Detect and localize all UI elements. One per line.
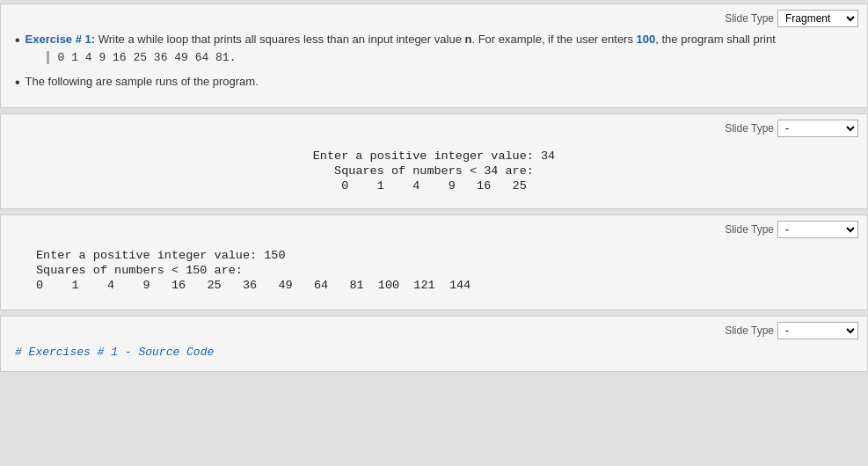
output-line-3-1: Enter a positive integer value: 150 bbox=[36, 249, 858, 262]
slide-type-select-3[interactable]: - Fragment Text Code bbox=[777, 221, 858, 238]
slide-block-2: Slide Type - Fragment Text Code Enter a … bbox=[0, 113, 868, 209]
page-wrapper: Slide Type Fragment - Text Code • Exerci… bbox=[0, 0, 868, 466]
slide-type-bar-3: Slide Type - Fragment Text Code bbox=[10, 221, 858, 238]
output-line-2-2: Squares of numbers < 34 are: bbox=[10, 164, 858, 178]
output-line-2-1: Enter a positive integer value: 34 bbox=[10, 149, 858, 163]
output-block-2: Enter a positive integer value: 34 Squar… bbox=[10, 139, 858, 200]
source-code-text: # Exercises # 1 - Source Code bbox=[15, 346, 214, 359]
slide-type-bar-1: Slide Type Fragment - Text Code bbox=[10, 10, 858, 27]
exercise-desc-1: Write a while loop that prints all squar… bbox=[98, 33, 776, 46]
output-line-3-3: 0 1 4 9 16 25 36 49 64 81 100 121 144 bbox=[36, 279, 858, 292]
slide-type-label-1: Slide Type bbox=[725, 12, 774, 25]
slide-block-1: Slide Type Fragment - Text Code • Exerci… bbox=[0, 4, 868, 108]
output-block-3: Enter a positive integer value: 150 Squa… bbox=[10, 240, 858, 301]
slide-type-label-4: Slide Type bbox=[725, 324, 774, 337]
bullet-dot-1: • bbox=[15, 33, 20, 47]
code-sample-box: 0 1 4 9 16 25 36 49 64 81. bbox=[47, 51, 776, 64]
exercise-title: Exercise # 1: bbox=[26, 33, 96, 46]
bullet-content-2: The following are sample runs of the pro… bbox=[26, 75, 259, 88]
slide-type-label-2: Slide Type bbox=[725, 122, 774, 135]
exercise-text: • Exercise # 1: Write a while loop that … bbox=[10, 29, 858, 98]
output-line-3-2: Squares of numbers < 150 are: bbox=[36, 264, 858, 277]
bullet-item-1: • Exercise # 1: Write a while loop that … bbox=[15, 33, 853, 69]
slide-type-bar-4: Slide Type - Fragment Text Code bbox=[10, 322, 858, 339]
code-sample-text: 0 1 4 9 16 25 36 49 64 81. bbox=[58, 51, 237, 64]
slide-type-label-3: Slide Type bbox=[725, 223, 774, 236]
bullet-item-2: • The following are sample runs of the p… bbox=[15, 75, 853, 90]
output-line-2-3: 0 1 4 9 16 25 bbox=[10, 179, 858, 193]
slide-type-bar-2: Slide Type - Fragment Text Code bbox=[10, 120, 858, 137]
bullet-dot-2: • bbox=[15, 76, 20, 90]
slide-type-select-2[interactable]: - Fragment Text Code bbox=[777, 120, 858, 137]
slide-block-3: Slide Type - Fragment Text Code Enter a … bbox=[0, 215, 868, 310]
slide-block-4: Slide Type - Fragment Text Code # Exerci… bbox=[0, 316, 868, 372]
slide-type-select-1[interactable]: Fragment - Text Code bbox=[777, 10, 858, 27]
source-block: # Exercises # 1 - Source Code bbox=[10, 341, 858, 362]
bullet-content-1: Exercise # 1: Write a while loop that pr… bbox=[26, 33, 776, 69]
slide-type-select-4[interactable]: - Fragment Text Code bbox=[777, 322, 858, 339]
